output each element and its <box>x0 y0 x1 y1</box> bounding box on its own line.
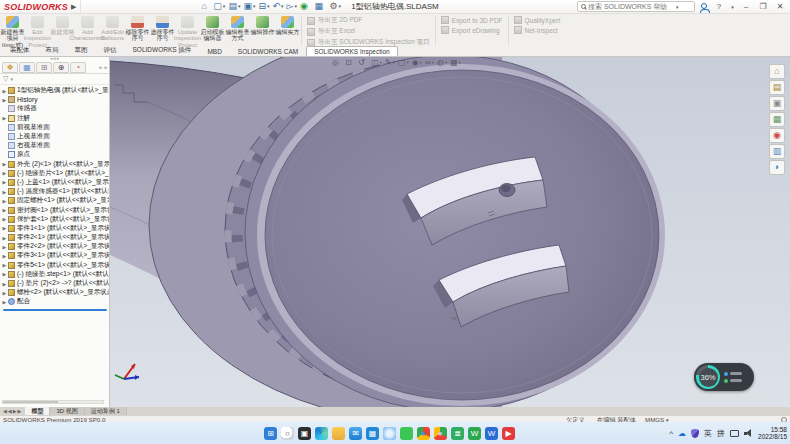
view-palette-icon[interactable]: ▦ <box>769 112 785 127</box>
zoom-area-icon[interactable]: ⊡▾ <box>345 59 355 67</box>
display-style-icon[interactable]: ◉▾ <box>412 59 422 67</box>
dropdown-caret-icon[interactable]: ▾ <box>238 4 241 9</box>
file-explorer-icon[interactable] <box>332 427 345 440</box>
command-tab[interactable]: SOLIDWORKS CAM <box>230 46 306 56</box>
expand-arrow-icon[interactable]: ▶ <box>1 198 8 204</box>
select-icon[interactable]: ▻▾ <box>287 2 297 11</box>
tree-item[interactable]: ▶ (-) 温度传感器<1> (默认<<默认>_ <box>1 187 109 196</box>
tree-item[interactable]: ▶ 前视基准面 <box>1 123 109 132</box>
search-icon[interactable]: ○ <box>281 427 294 440</box>
dropdown-caret-icon[interactable]: ▾ <box>267 4 270 9</box>
maximize-button[interactable]: ❐ <box>757 2 769 11</box>
dropdown-caret-icon[interactable]: ▾ <box>380 61 382 66</box>
close-button[interactable]: ✕ <box>774 2 786 11</box>
solidworks-resources-icon[interactable]: ⌂ <box>769 64 785 79</box>
tree-horizontal-scrollbar[interactable] <box>2 400 104 404</box>
configurationmanager-icon[interactable]: ⊞ <box>36 62 52 73</box>
tree-item[interactable]: ▶ 零件1<1> (默认<<默认>_显示状态 <box>1 224 109 233</box>
browser-circle-icon[interactable] <box>383 427 396 440</box>
command-tab[interactable]: 装配体 <box>2 44 38 56</box>
graphics-viewport[interactable]: ◎▾ ⊡▾ ↺▾ ◫▾ ✎▾ ▢▾ ◉▾ ∞▾ ◍▾ ▦▾ ⌂ <box>110 57 790 407</box>
dropdown-caret-icon[interactable]: ▾ <box>223 4 226 9</box>
tree-item[interactable]: ▶ 零件5<1> (默认<<默认>_显示状 <box>1 261 109 270</box>
dropdown-caret-icon[interactable]: ▾ <box>407 61 409 66</box>
ribbon-button[interactable]: 编辑实方 <box>275 14 300 47</box>
open-icon[interactable]: ▤▾ <box>228 2 240 11</box>
chrome-icon[interactable]: ● <box>417 427 430 440</box>
taskview-icon[interactable]: ▣ <box>298 427 311 440</box>
expand-arrow-icon[interactable]: ▶ <box>1 253 8 259</box>
tree-item[interactable]: ▶ (-) 绝缘垫.step<1> (默认<<默认> <box>1 270 109 279</box>
help-button[interactable]: ? <box>713 2 725 11</box>
undo-icon[interactable]: ↶▾ <box>273 2 284 11</box>
zoom-fit-icon[interactable]: ◎▾ <box>332 59 342 67</box>
language-indicator-pinyin[interactable]: 拼 <box>717 428 725 439</box>
onedrive-cloud-icon[interactable]: ☁ <box>678 429 686 438</box>
word-icon[interactable]: W <box>485 427 498 440</box>
logo-expand-arrow-icon[interactable]: ▶ <box>71 3 76 11</box>
tree-item[interactable]: ▶ 传感器 <box>1 104 109 113</box>
tree-item[interactable]: ▶ 零件2<2> (默认<<默认>_显示状 <box>1 242 109 251</box>
ribbon-button[interactable]: Add Characteristic <box>75 14 100 47</box>
scrollbar-thumb[interactable] <box>3 401 58 403</box>
document-tab[interactable]: 运动算例 1 <box>85 407 127 415</box>
dropdown-caret-icon[interactable]: ▾ <box>253 4 256 9</box>
display-icon[interactable] <box>730 430 739 437</box>
dropdown-caret-icon[interactable]: ▾ <box>338 4 341 9</box>
help-caret-icon[interactable]: ▾ <box>730 4 735 10</box>
save-icon[interactable]: ▣▾ <box>243 2 255 11</box>
ribbon-button[interactable]: 启动模板编辑器 <box>200 14 225 47</box>
ribbon-button[interactable]: 编辑检查方式 <box>225 14 250 47</box>
filter-caret-icon[interactable]: ▾ <box>10 76 13 82</box>
expand-arrow-icon[interactable]: ▶ <box>1 161 8 167</box>
annotation-visibility-icon[interactable]: ✎▾ <box>385 59 395 67</box>
command-tab[interactable]: SOLIDWORKS 插件 <box>125 44 200 56</box>
dimxpert-icon[interactable]: ⊕ <box>53 62 69 73</box>
featuremanager-icon[interactable]: ❖ <box>2 62 18 73</box>
previous-view-icon[interactable]: ↺▾ <box>358 59 368 67</box>
ribbon-button[interactable]: Update Inspection Project <box>175 14 200 47</box>
ribbon-button[interactable]: Edit Inspection Project <box>25 14 50 47</box>
tree-item[interactable]: ▶ 原点 <box>1 150 109 159</box>
print-icon[interactable]: ⊟▾ <box>258 2 269 11</box>
edit-appearance-icon[interactable]: ◍▾ <box>437 59 447 67</box>
expand-arrow-icon[interactable]: ▶ <box>1 115 8 121</box>
tree-item[interactable]: ▶ History <box>1 95 109 104</box>
expand-arrow-icon[interactable]: ▶ <box>1 244 8 250</box>
ribbon-button[interactable]: 新建检查项目 (imp:对) <box>0 14 25 47</box>
solidworks-forum-icon[interactable]: ◗ <box>769 160 785 175</box>
expand-arrow-icon[interactable]: ▶ <box>1 170 8 176</box>
search-caret-icon[interactable]: ▾ <box>676 4 679 10</box>
start-icon[interactable]: ⊞ <box>264 427 277 440</box>
tree-item[interactable]: ▶ 密封圈<1> (默认<<默认>_显示状 <box>1 205 109 214</box>
notes-app-icon[interactable]: ≣ <box>451 427 464 440</box>
dropdown-caret-icon[interactable]: ▾ <box>445 61 447 66</box>
document-tab[interactable]: 模型 <box>25 407 50 415</box>
tree-item[interactable]: ▶ 螺栓<2> (默认<<默认>_显示状态 <box>1 288 109 297</box>
tree-item[interactable]: ▶ 注解 <box>1 114 109 123</box>
export-menu-item[interactable]: 导出至 Excel <box>307 27 430 36</box>
dropdown-caret-icon[interactable]: ▾ <box>432 61 434 66</box>
panel-tab-scroll-arrows[interactable]: « » <box>99 64 107 70</box>
mail-icon[interactable]: ✉ <box>349 427 362 440</box>
view-orientation-icon[interactable]: ▢▾ <box>398 59 409 67</box>
custom-properties-icon[interactable]: ▥ <box>769 144 785 159</box>
tree-item[interactable]: ▶ (-) 垫片 (2)<2> ->? (默认<<默认> <box>1 279 109 288</box>
dropdown-caret-icon[interactable]: ▾ <box>294 4 297 9</box>
dropdown-caret-icon[interactable]: ▾ <box>459 61 461 66</box>
dropdown-caret-icon[interactable]: ▾ <box>393 61 395 66</box>
tree-item[interactable]: ▶ 固定螺栓<1> (默认<<默认>_显示 <box>1 196 109 205</box>
expand-arrow-icon[interactable]: ▶ <box>1 88 8 94</box>
expand-arrow-icon[interactable]: ▶ <box>1 216 8 222</box>
rebuild-icon[interactable]: ◉▾ <box>300 2 311 11</box>
chrome-beta-icon[interactable]: ● <box>434 427 447 440</box>
export-menu-item[interactable]: QualityXpert <box>514 16 561 24</box>
tree-item[interactable]: ▶ 保护套<1> (默认<<默认>_显示状 <box>1 215 109 224</box>
search-input[interactable] <box>588 3 674 10</box>
command-tab[interactable]: MBD <box>199 46 229 56</box>
ribbon-button[interactable]: 移除零件序号 <box>125 14 150 47</box>
expand-arrow-icon[interactable]: ▶ <box>1 262 8 268</box>
view-settings-icon[interactable]: ▦▾ <box>450 59 461 67</box>
expand-arrow-icon[interactable]: ▶ <box>1 290 8 296</box>
file-explorer-icon[interactable]: ▣ <box>769 96 785 111</box>
